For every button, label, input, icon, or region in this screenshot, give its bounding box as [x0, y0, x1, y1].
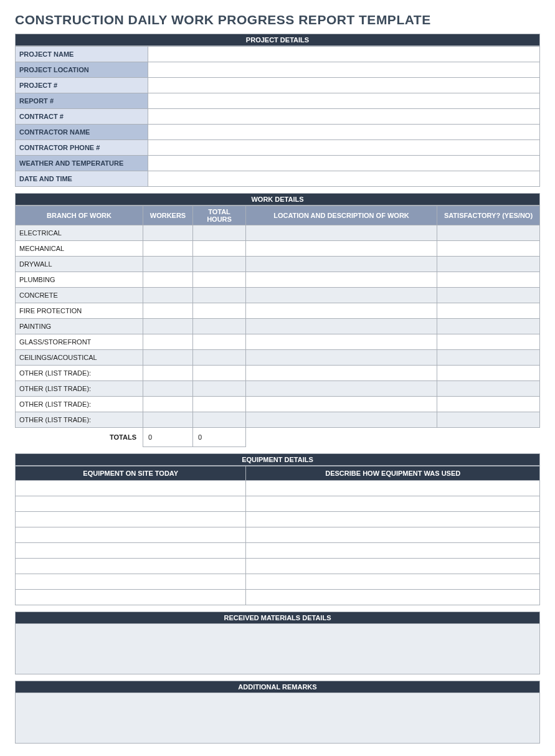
- equipment-details-table: EQUIPMENT ON SITE TODAY DESCRIBE HOW EQU…: [15, 466, 540, 605]
- equipment-row: [16, 512, 540, 527]
- work-cell-location_desc[interactable]: [246, 412, 437, 428]
- work-cell-location_desc[interactable]: [246, 366, 437, 381]
- work-cell-location_desc[interactable]: [246, 303, 437, 319]
- work-cell-workers[interactable]: [143, 334, 193, 350]
- project-row-value[interactable]: [148, 62, 540, 78]
- work-cell-location_desc[interactable]: [246, 334, 437, 350]
- work-cell-satisfactory[interactable]: [437, 272, 540, 288]
- work-cell-satisfactory[interactable]: [437, 397, 540, 412]
- work-cell-total_hours[interactable]: [193, 272, 246, 288]
- equipment-cell-usage[interactable]: [246, 481, 540, 496]
- col-workers: WORKERS: [143, 206, 193, 225]
- totals-workers[interactable]: 0: [143, 428, 193, 447]
- equipment-cell-on_site[interactable]: [16, 481, 246, 496]
- work-cell-satisfactory[interactable]: [437, 366, 540, 381]
- work-cell-total_hours[interactable]: [193, 381, 246, 397]
- project-row: WEATHER AND TEMPERATURE: [16, 156, 540, 171]
- work-cell-satisfactory[interactable]: [437, 303, 540, 319]
- work-cell-workers[interactable]: [143, 272, 193, 288]
- col-branch: BRANCH OF WORK: [16, 206, 143, 225]
- equipment-cell-on_site[interactable]: [16, 527, 246, 543]
- work-cell-branch: OTHER (LIST TRADE):: [16, 397, 143, 412]
- work-cell-workers[interactable]: [143, 303, 193, 319]
- equipment-cell-usage[interactable]: [246, 512, 540, 527]
- project-row-label: CONTRACTOR PHONE #: [16, 140, 148, 156]
- work-cell-workers[interactable]: [143, 350, 193, 366]
- work-cell-total_hours[interactable]: [193, 334, 246, 350]
- project-row-value[interactable]: [148, 93, 540, 109]
- work-cell-branch: CEILINGS/ACOUSTICAL: [16, 350, 143, 366]
- work-cell-total_hours[interactable]: [193, 241, 246, 257]
- work-cell-location_desc[interactable]: [246, 350, 437, 366]
- work-cell-workers[interactable]: [143, 257, 193, 272]
- work-cell-location_desc[interactable]: [246, 225, 437, 241]
- project-row: PROJECT #: [16, 78, 540, 93]
- equipment-cell-usage[interactable]: [246, 559, 540, 574]
- work-cell-total_hours[interactable]: [193, 397, 246, 412]
- equipment-cell-usage[interactable]: [246, 590, 540, 605]
- work-cell-total_hours[interactable]: [193, 350, 246, 366]
- work-cell-workers[interactable]: [143, 241, 193, 257]
- work-cell-satisfactory[interactable]: [437, 225, 540, 241]
- work-cell-total_hours[interactable]: [193, 257, 246, 272]
- work-cell-total_hours[interactable]: [193, 366, 246, 381]
- work-cell-location_desc[interactable]: [246, 319, 437, 334]
- work-cell-total_hours[interactable]: [193, 288, 246, 303]
- work-cell-satisfactory[interactable]: [437, 319, 540, 334]
- work-cell-location_desc[interactable]: [246, 288, 437, 303]
- work-row: OTHER (LIST TRADE):: [16, 381, 540, 397]
- equipment-cell-usage[interactable]: [246, 496, 540, 512]
- project-details-header: PROJECT DETAILS: [15, 34, 540, 46]
- equipment-cell-on_site[interactable]: [16, 512, 246, 527]
- work-cell-branch: PLUMBING: [16, 272, 143, 288]
- work-cell-satisfactory[interactable]: [437, 257, 540, 272]
- work-cell-location_desc[interactable]: [246, 381, 437, 397]
- totals-hours[interactable]: 0: [193, 428, 246, 447]
- project-row: CONTRACTOR PHONE #: [16, 140, 540, 156]
- work-cell-workers[interactable]: [143, 225, 193, 241]
- work-cell-total_hours[interactable]: [193, 319, 246, 334]
- work-cell-workers[interactable]: [143, 319, 193, 334]
- equipment-cell-usage[interactable]: [246, 527, 540, 543]
- work-cell-total_hours[interactable]: [193, 412, 246, 428]
- work-cell-satisfactory[interactable]: [437, 412, 540, 428]
- work-cell-total_hours[interactable]: [193, 225, 246, 241]
- project-row-value[interactable]: [148, 47, 540, 62]
- work-cell-satisfactory[interactable]: [437, 241, 540, 257]
- work-row: DRYWALL: [16, 257, 540, 272]
- work-cell-branch: GLASS/STOREFRONT: [16, 334, 143, 350]
- work-cell-location_desc[interactable]: [246, 397, 437, 412]
- equipment-cell-on_site[interactable]: [16, 543, 246, 559]
- project-row-value[interactable]: [148, 125, 540, 140]
- equipment-cell-usage[interactable]: [246, 543, 540, 559]
- work-cell-location_desc[interactable]: [246, 272, 437, 288]
- project-row-value[interactable]: [148, 140, 540, 156]
- work-cell-satisfactory[interactable]: [437, 288, 540, 303]
- project-row-value[interactable]: [148, 109, 540, 125]
- equipment-cell-usage[interactable]: [246, 574, 540, 590]
- equipment-cell-on_site[interactable]: [16, 496, 246, 512]
- work-cell-satisfactory[interactable]: [437, 334, 540, 350]
- equipment-cell-on_site[interactable]: [16, 574, 246, 590]
- work-cell-total_hours[interactable]: [193, 303, 246, 319]
- work-cell-location_desc[interactable]: [246, 257, 437, 272]
- equipment-cell-on_site[interactable]: [16, 559, 246, 574]
- project-row-label: PROJECT #: [16, 78, 148, 93]
- project-row-label: CONTRACTOR NAME: [16, 125, 148, 140]
- col-satisfactory: SATISFACTORY? (YES/NO): [437, 206, 540, 225]
- project-row-value[interactable]: [148, 78, 540, 93]
- work-cell-satisfactory[interactable]: [437, 350, 540, 366]
- work-cell-workers[interactable]: [143, 397, 193, 412]
- work-cell-workers[interactable]: [143, 366, 193, 381]
- equipment-row: [16, 574, 540, 590]
- work-cell-workers[interactable]: [143, 381, 193, 397]
- work-cell-location_desc[interactable]: [246, 241, 437, 257]
- work-cell-workers[interactable]: [143, 288, 193, 303]
- work-cell-satisfactory[interactable]: [437, 381, 540, 397]
- project-row-value[interactable]: [148, 156, 540, 171]
- equipment-cell-on_site[interactable]: [16, 590, 246, 605]
- work-cell-workers[interactable]: [143, 412, 193, 428]
- materials-content[interactable]: [15, 624, 540, 674]
- project-row-value[interactable]: [148, 171, 540, 187]
- remarks-content[interactable]: [15, 693, 540, 744]
